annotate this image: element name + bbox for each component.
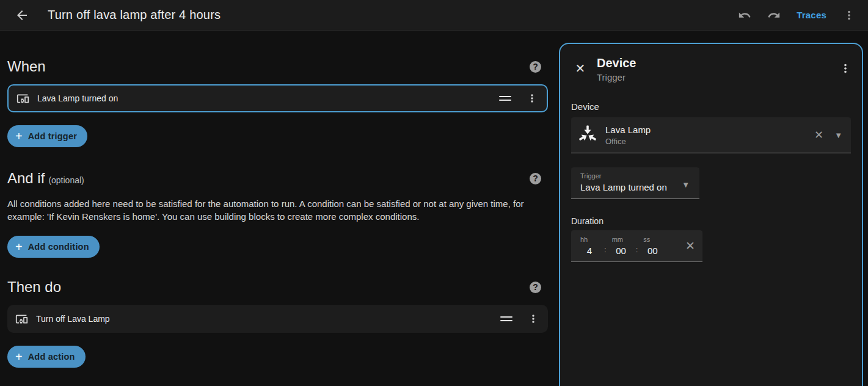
action-card-menu-icon[interactable] (527, 313, 539, 325)
trigger-select-label: Trigger (580, 172, 692, 180)
trigger-type-select[interactable]: Trigger Lava Lamp turned on ▼ (571, 167, 699, 199)
optional-label: (optional) (48, 175, 84, 185)
device-area: Office (605, 137, 651, 146)
action-card[interactable]: Turn off Lava Lamp (7, 305, 548, 333)
conditions-description: All conditions added here need to be sat… (7, 197, 540, 223)
close-icon[interactable]: ✕ (574, 62, 587, 75)
minutes-label: mm (612, 236, 633, 243)
devices-icon (16, 92, 29, 105)
device-picker[interactable]: Lava Lamp Office ✕ ▼ (571, 117, 851, 153)
drag-handle-icon[interactable] (498, 93, 512, 103)
trigger-editor-panel: ✕ Device Trigger Device Lav (559, 43, 863, 386)
traces-link[interactable]: Traces (797, 10, 826, 20)
minutes-input[interactable] (612, 246, 630, 256)
trigger-select-value: Lava Lamp turned on (580, 182, 692, 192)
overflow-menu-icon[interactable] (842, 9, 856, 22)
chevron-down-icon: ▼ (682, 181, 690, 189)
trigger-card-menu-icon[interactable] (526, 92, 538, 104)
and-if-heading: And if(optional) (7, 170, 84, 187)
then-do-heading: Then do (7, 279, 61, 296)
seconds-input[interactable] (643, 246, 662, 256)
device-field-label: Device (571, 101, 851, 112)
matter-logo-icon (577, 125, 598, 145)
devices-icon (15, 313, 28, 326)
action-card-label: Turn off Lava Lamp (36, 314, 110, 324)
add-action-button[interactable]: + Add action (7, 346, 86, 368)
duration-label: Duration (571, 216, 851, 226)
hours-input[interactable] (580, 246, 599, 256)
automation-editor: When ? Lava Lamp turned on + Add trigger… (7, 31, 548, 368)
and-if-help-icon[interactable]: ? (530, 173, 541, 184)
device-name: Lava Lamp (605, 125, 651, 135)
clear-device-icon[interactable]: ✕ (814, 129, 823, 140)
plus-icon: + (15, 351, 23, 363)
time-separator: : (636, 245, 638, 254)
panel-title: Device (597, 56, 636, 70)
clear-duration-icon[interactable]: ✕ (685, 240, 695, 252)
hours-label: hh (580, 236, 601, 243)
duration-field: hh : mm : ss ✕ (571, 230, 702, 262)
chevron-down-icon[interactable]: ▼ (834, 131, 842, 139)
redo-icon[interactable] (767, 9, 781, 22)
panel-subtitle: Trigger (597, 72, 636, 82)
seconds-label: ss (643, 236, 664, 243)
undo-icon[interactable] (738, 9, 751, 22)
plus-icon: + (15, 130, 23, 142)
back-arrow-icon[interactable] (15, 8, 29, 23)
plus-icon: + (15, 241, 23, 253)
trigger-card[interactable]: Lava Lamp turned on (7, 84, 548, 112)
automation-title: Turn off lava lamp after 4 hours (48, 8, 221, 22)
trigger-card-label: Lava Lamp turned on (37, 93, 118, 103)
time-separator: : (604, 245, 607, 254)
panel-menu-icon[interactable] (839, 62, 852, 75)
then-do-help-icon[interactable]: ? (530, 282, 541, 293)
drag-handle-icon[interactable] (499, 314, 514, 324)
when-heading: When (7, 58, 46, 75)
add-condition-button[interactable]: + Add condition (7, 236, 100, 258)
add-trigger-button[interactable]: + Add trigger (7, 125, 87, 147)
top-app-bar: Turn off lava lamp after 4 hours Traces (0, 0, 868, 31)
when-help-icon[interactable]: ? (530, 61, 541, 73)
